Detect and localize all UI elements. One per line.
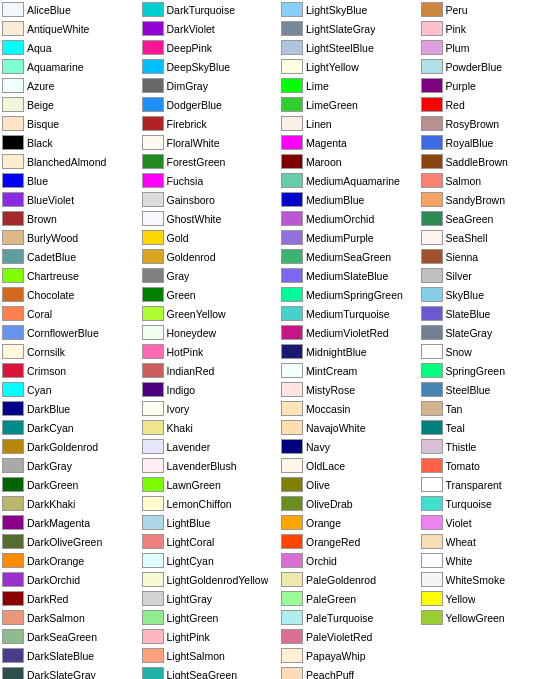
list-item[interactable]: MediumVioletRed xyxy=(279,323,419,342)
list-item[interactable]: Aqua xyxy=(0,38,140,57)
list-item[interactable]: PaleTurquoise xyxy=(279,608,419,627)
list-item[interactable]: ForestGreen xyxy=(140,152,280,171)
list-item[interactable]: OliveDrab xyxy=(279,494,419,513)
list-item[interactable]: FloralWhite xyxy=(140,133,280,152)
list-item[interactable]: Tan xyxy=(419,399,559,418)
list-item[interactable]: Black xyxy=(0,133,140,152)
list-item[interactable]: LightBlue xyxy=(140,513,280,532)
list-item[interactable]: AntiqueWhite xyxy=(0,19,140,38)
list-item[interactable]: Lavender xyxy=(140,437,280,456)
list-item[interactable]: SteelBlue xyxy=(419,380,559,399)
list-item[interactable]: MediumSpringGreen xyxy=(279,285,419,304)
list-item[interactable]: PeachPuff xyxy=(279,665,419,679)
list-item[interactable]: AliceBlue xyxy=(0,0,140,19)
list-item[interactable]: DarkOrchid xyxy=(0,570,140,589)
list-item[interactable]: PaleGreen xyxy=(279,589,419,608)
list-item[interactable]: Red xyxy=(419,95,559,114)
list-item[interactable]: Fuchsia xyxy=(140,171,280,190)
list-item[interactable]: SkyBlue xyxy=(419,285,559,304)
list-item[interactable]: MediumSeaGreen xyxy=(279,247,419,266)
list-item[interactable]: Aquamarine xyxy=(0,57,140,76)
list-item[interactable]: Olive xyxy=(279,475,419,494)
list-item[interactable]: WhiteSmoke xyxy=(419,570,559,589)
list-item[interactable]: Orchid xyxy=(279,551,419,570)
list-item[interactable]: Cyan xyxy=(0,380,140,399)
list-item[interactable]: Yellow xyxy=(419,589,559,608)
list-item[interactable]: Purple xyxy=(419,76,559,95)
list-item[interactable]: LavenderBlush xyxy=(140,456,280,475)
list-item[interactable]: DimGray xyxy=(140,76,280,95)
list-item[interactable]: Lime xyxy=(279,76,419,95)
list-item[interactable]: PaleVioletRed xyxy=(279,627,419,646)
list-item[interactable]: LightCoral xyxy=(140,532,280,551)
list-item[interactable]: SpringGreen xyxy=(419,361,559,380)
list-item[interactable]: LimeGreen xyxy=(279,95,419,114)
list-item[interactable]: Ivory xyxy=(140,399,280,418)
list-item[interactable]: SlateGray xyxy=(419,323,559,342)
list-item[interactable]: OrangeRed xyxy=(279,532,419,551)
list-item[interactable]: DarkGoldenrod xyxy=(0,437,140,456)
list-item[interactable]: PaleGoldenrod xyxy=(279,570,419,589)
list-item[interactable]: LawnGreen xyxy=(140,475,280,494)
list-item[interactable]: Gainsboro xyxy=(140,190,280,209)
list-item[interactable]: Violet xyxy=(419,513,559,532)
list-item[interactable]: Salmon xyxy=(419,171,559,190)
list-item[interactable]: BurlyWood xyxy=(0,228,140,247)
list-item[interactable]: RoyalBlue xyxy=(419,133,559,152)
list-item[interactable]: SlateBlue xyxy=(419,304,559,323)
list-item[interactable]: CadetBlue xyxy=(0,247,140,266)
list-item[interactable]: Snow xyxy=(419,342,559,361)
list-item[interactable]: DarkSlateBlue xyxy=(0,646,140,665)
list-item[interactable]: Sienna xyxy=(419,247,559,266)
list-item[interactable]: LightSlateGray xyxy=(279,19,419,38)
list-item[interactable]: RosyBrown xyxy=(419,114,559,133)
list-item[interactable]: Chartreuse xyxy=(0,266,140,285)
list-item[interactable]: DeepSkyBlue xyxy=(140,57,280,76)
list-item[interactable]: White xyxy=(419,551,559,570)
list-item[interactable]: Chocolate xyxy=(0,285,140,304)
list-item[interactable]: Firebrick xyxy=(140,114,280,133)
list-item[interactable]: Pink xyxy=(419,19,559,38)
list-item[interactable]: Beige xyxy=(0,95,140,114)
list-item[interactable]: DarkRed xyxy=(0,589,140,608)
list-item[interactable]: MidnightBlue xyxy=(279,342,419,361)
list-item[interactable]: LightPink xyxy=(140,627,280,646)
list-item[interactable]: DarkKhaki xyxy=(0,494,140,513)
list-item[interactable]: DeepPink xyxy=(140,38,280,57)
list-item[interactable]: Tomato xyxy=(419,456,559,475)
list-item[interactable]: OldLace xyxy=(279,456,419,475)
list-item[interactable]: Cornsilk xyxy=(0,342,140,361)
list-item[interactable]: Coral xyxy=(0,304,140,323)
list-item[interactable]: Gold xyxy=(140,228,280,247)
list-item[interactable]: LightSeaGreen xyxy=(140,665,280,679)
list-item[interactable]: DarkSalmon xyxy=(0,608,140,627)
list-item[interactable]: Linen xyxy=(279,114,419,133)
list-item[interactable]: LightSkyBlue xyxy=(279,0,419,19)
list-item[interactable]: Teal xyxy=(419,418,559,437)
list-item[interactable]: SandyBrown xyxy=(419,190,559,209)
list-item[interactable]: Transparent xyxy=(419,475,559,494)
list-item[interactable]: MistyRose xyxy=(279,380,419,399)
list-item[interactable]: DarkSeaGreen xyxy=(0,627,140,646)
list-item[interactable]: LightGray xyxy=(140,589,280,608)
list-item[interactable]: LightGreen xyxy=(140,608,280,627)
list-item[interactable]: Plum xyxy=(419,38,559,57)
list-item[interactable]: Blue xyxy=(0,171,140,190)
list-item[interactable]: LightSteelBlue xyxy=(279,38,419,57)
list-item[interactable]: PapayaWhip xyxy=(279,646,419,665)
list-item[interactable]: MediumTurquoise xyxy=(279,304,419,323)
list-item[interactable]: Khaki xyxy=(140,418,280,437)
list-item[interactable]: Silver xyxy=(419,266,559,285)
list-item[interactable]: LemonChiffon xyxy=(140,494,280,513)
list-item[interactable]: Green xyxy=(140,285,280,304)
list-item[interactable]: Peru xyxy=(419,0,559,19)
list-item[interactable]: LightSalmon xyxy=(140,646,280,665)
list-item[interactable]: Turquoise xyxy=(419,494,559,513)
list-item[interactable]: Orange xyxy=(279,513,419,532)
list-item[interactable]: MediumAquamarine xyxy=(279,171,419,190)
list-item[interactable]: Brown xyxy=(0,209,140,228)
list-item[interactable]: GhostWhite xyxy=(140,209,280,228)
list-item[interactable]: GreenYellow xyxy=(140,304,280,323)
list-item[interactable]: MediumSlateBlue xyxy=(279,266,419,285)
list-item[interactable]: MintCream xyxy=(279,361,419,380)
